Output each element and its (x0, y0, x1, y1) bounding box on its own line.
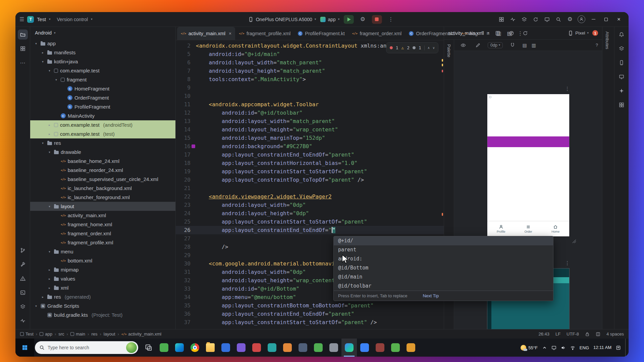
color-preview-chip[interactable] (192, 144, 195, 148)
code-line[interactable]: 6 android:layout_width="match_parent" (176, 58, 444, 67)
minimize-button[interactable] (588, 14, 599, 24)
code-line[interactable]: 9 (176, 83, 444, 92)
layout-preview[interactable]: ProfileOrderHome (487, 94, 570, 237)
start-button[interactable] (15, 339, 34, 357)
taskbar-app-button[interactable] (249, 339, 264, 357)
tree-chevron-icon[interactable]: ▾ (47, 205, 52, 208)
tree-item[interactable]: </>ic_launcher_foreground.xml (30, 193, 175, 202)
code-line[interactable]: 26 app:layout_constraintEnd_toEndOf="" (176, 226, 444, 234)
maximize-button[interactable] (600, 14, 612, 24)
code-line[interactable]: 20 app:layout_constraintTop_toTopOf="par… (176, 176, 444, 184)
taskbar-app-button[interactable] (341, 339, 357, 357)
taskbar-app-button[interactable] (311, 339, 326, 357)
taskbar-app-button[interactable] (203, 339, 218, 357)
profiler-button[interactable]: ⚙ (358, 14, 368, 24)
default-margin-button[interactable]: 0dp▾ (488, 42, 503, 48)
code-line[interactable]: 15 android:layout_marginTop="152dp" (176, 134, 444, 142)
editor-tab[interactable]: </>fragment_profile.xml (235, 27, 294, 40)
next-tip-link[interactable]: Next Tip (423, 293, 439, 298)
vcs-tool-button[interactable] (18, 316, 28, 326)
close-button[interactable]: × (613, 14, 625, 24)
breadcrumb-item[interactable]: app (40, 331, 52, 337)
running-devices-button[interactable] (616, 72, 627, 82)
help-button[interactable]: ? (596, 43, 598, 48)
code-line[interactable]: 24 android:layout_height="0dp" (176, 209, 444, 218)
resource-manager-button[interactable] (18, 44, 28, 54)
search-highlight-icon[interactable] (126, 342, 137, 353)
tree-chevron-icon[interactable]: ▾ (54, 78, 59, 81)
autoconnect-button[interactable] (507, 40, 518, 50)
completion-item[interactable]: parent (334, 245, 553, 254)
wifi-icon[interactable] (570, 345, 575, 350)
tree-item[interactable]: ▸com.example.test(androidTest) (30, 120, 175, 129)
code-line[interactable]: 21 (176, 184, 444, 192)
editor-tab[interactable]: CProfileFragment.kt (294, 27, 348, 40)
settings-button[interactable]: ⚙ (565, 14, 575, 24)
code-line[interactable]: 8 tools:context=".MainActivity"> (176, 75, 444, 83)
code-line[interactable]: 11 <androidx.appcompat.widget.Toolbar (176, 100, 444, 109)
tree-item[interactable]: ▾GGradle Scripts (30, 301, 175, 310)
tree-chevron-icon[interactable]: ▸ (40, 51, 45, 54)
palette-tab[interactable]: Palette (446, 44, 451, 57)
editor-tab[interactable]: </>frag (458, 27, 482, 40)
tree-item[interactable]: CMainActivity (30, 111, 175, 120)
tree-item[interactable]: ▸mipmap (30, 265, 175, 274)
layout-inspector-button[interactable] (496, 14, 506, 24)
tree-item[interactable]: ▾kotlin+java (30, 57, 175, 66)
code-line[interactable]: 35 app:layout_constraintBottom_toBottomO… (176, 301, 444, 310)
tree-chevron-icon[interactable]: ▾ (34, 42, 39, 45)
profiler-tool-button[interactable] (508, 14, 518, 24)
clock[interactable]: 12:11 AM (593, 345, 611, 350)
code-line[interactable]: 14 android:layout_height="wrap_content" (176, 125, 444, 134)
tree-chevron-icon[interactable]: ▸ (47, 277, 52, 281)
lock-icon[interactable] (585, 332, 590, 337)
profile-button[interactable] (576, 14, 586, 24)
tree-chevron-icon[interactable]: ▾ (47, 150, 52, 154)
tree-chevron-icon[interactable]: ▾ (34, 304, 39, 308)
notifications-button[interactable] (616, 29, 627, 40)
tree-item[interactable]: </>activity_main.xml (30, 211, 175, 220)
tree-chevron-icon[interactable]: ▸ (47, 268, 52, 272)
taskbar-app-button[interactable] (403, 339, 419, 357)
search-everywhere-button[interactable] (553, 14, 564, 24)
breadcrumb-item[interactable]: layout (104, 331, 115, 337)
tree-item[interactable]: </>fragment_order.xml (30, 229, 175, 238)
task-view-button[interactable] (141, 339, 156, 357)
completion-item[interactable]: @+id/ (334, 236, 553, 245)
breadcrumb-item[interactable]: main (70, 331, 85, 337)
taskbar-app-button[interactable] (218, 339, 233, 357)
tree-chevron-icon[interactable]: ▾ (40, 60, 45, 63)
tree-item[interactable]: CHomeFragment (30, 84, 175, 93)
next-problem-icon[interactable]: ∨ (433, 44, 435, 52)
code-line[interactable]: 25 app:layout_constraintStart_toStartOf=… (176, 218, 444, 226)
build-variants-button[interactable] (519, 14, 529, 24)
device-dropdown[interactable]: Pixel ▾ (568, 31, 589, 36)
weather-widget[interactable]: 55°F (521, 345, 538, 351)
taskbar-app-button[interactable] (326, 339, 341, 357)
tree-item[interactable]: ▸manifests (30, 48, 175, 57)
search-input[interactable] (48, 345, 115, 350)
tree-chevron-icon[interactable]: ▸ (47, 123, 52, 127)
tree-chevron-icon[interactable]: ▾ (47, 69, 52, 72)
tab-list-icon[interactable]: ≡ (483, 28, 493, 39)
prev-problem-icon[interactable]: ∧ (428, 44, 430, 52)
columns-icon[interactable] (596, 332, 600, 337)
breadcrumb-item[interactable]: </>activity_main.xml (121, 331, 161, 337)
tree-item[interactable]: ▾res (30, 138, 175, 147)
align-button[interactable]: ▤ (522, 43, 527, 48)
attributes-tab[interactable]: Attributes (605, 32, 609, 49)
tree-item[interactable]: </>ic_launcher_background.xml (30, 184, 175, 193)
tree-item[interactable]: </>bottom.xml (30, 256, 175, 265)
more-run-actions-button[interactable]: ⋮ (386, 14, 396, 24)
run-configuration[interactable]: app ▾ (320, 17, 339, 22)
taskbar-app-button[interactable] (357, 339, 372, 357)
editor-layout-icon[interactable]: ▤ (504, 28, 515, 39)
hamburger-menu-icon[interactable]: ☰ (19, 16, 24, 22)
tree-chevron-icon[interactable]: ▸ (47, 286, 52, 290)
tree-item[interactable]: ▾menu (30, 247, 175, 256)
chevron-up-icon[interactable] (542, 345, 547, 350)
view-options-button[interactable] (458, 40, 468, 50)
tree-item[interactable]: </>baseline_home_24.xml (30, 157, 175, 166)
project-switcher[interactable]: Test (37, 17, 46, 22)
breadcrumb-item[interactable]: Test (20, 331, 34, 337)
